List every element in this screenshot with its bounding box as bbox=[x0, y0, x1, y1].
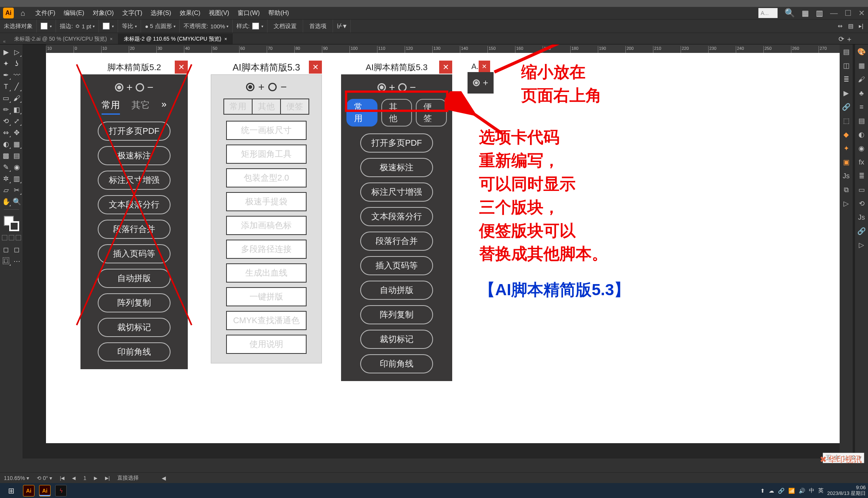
script-button[interactable]: 极速标注 bbox=[98, 146, 171, 165]
symbols-panel-icon[interactable]: ♣ bbox=[857, 88, 866, 98]
script-button[interactable]: 阵列复制 bbox=[360, 305, 433, 324]
brush-tool[interactable]: 🖌 bbox=[11, 93, 22, 104]
artboard-nav-next[interactable]: ▶ bbox=[94, 475, 97, 481]
script-button[interactable]: 文本段落分行 bbox=[98, 195, 171, 214]
rotate-view-icon[interactable]: ⟲ 0° ▾ bbox=[37, 475, 52, 481]
stroke-panel-icon[interactable]: ≡ bbox=[857, 102, 866, 112]
script-button[interactable]: 印前角线 bbox=[98, 342, 171, 362]
script-button[interactable]: 统一画板尺寸 bbox=[226, 121, 307, 140]
menu-object[interactable]: 对象(O) bbox=[93, 9, 114, 17]
graph-tool[interactable]: ▥ bbox=[11, 173, 22, 184]
rect-tool[interactable]: ▭ bbox=[1, 93, 11, 104]
fill-stroke-swatches[interactable] bbox=[3, 215, 20, 232]
lasso-tool[interactable]: ʖ bbox=[11, 58, 22, 69]
play-panel-icon[interactable]: ▷ bbox=[841, 199, 851, 209]
links-panel-icon[interactable]: 🔗 bbox=[841, 102, 851, 112]
taskbar-clock[interactable]: 9:06 2023/8/13 星期日 bbox=[827, 485, 866, 496]
transparency-panel-icon[interactable]: ◐ bbox=[857, 130, 866, 140]
taskbar-app-other[interactable]: ϟ bbox=[55, 485, 67, 496]
tray-wifi-icon[interactable]: 📶 bbox=[788, 488, 795, 494]
tray-cloud-icon[interactable]: ☁ bbox=[769, 488, 774, 494]
radio-selected[interactable] bbox=[473, 79, 480, 86]
radio-unselected[interactable] bbox=[268, 83, 277, 91]
actions-panel-icon[interactable]: ▶ bbox=[841, 88, 851, 98]
menu-type[interactable]: 文字(T) bbox=[122, 9, 142, 17]
panel-toggle-icon[interactable]: ⇔ bbox=[838, 23, 843, 30]
perspective-tool[interactable]: ▦ bbox=[11, 139, 22, 150]
panel-tab-more-icon[interactable]: » bbox=[161, 99, 166, 115]
title-search-box[interactable]: A... bbox=[758, 8, 778, 18]
artboard-index[interactable]: 1 bbox=[83, 475, 86, 481]
curvature-tool[interactable]: 〰 bbox=[11, 70, 22, 81]
links2-panel-icon[interactable]: 🔗 bbox=[857, 226, 866, 236]
layers2-panel-icon[interactable]: ≣ bbox=[857, 171, 866, 181]
zoom-tool[interactable]: 🔍 bbox=[11, 196, 22, 207]
css-panel-icon[interactable]: Js bbox=[857, 212, 866, 222]
fill-swatch[interactable] bbox=[41, 23, 48, 30]
script-button[interactable]: 段落行合并 bbox=[360, 232, 433, 251]
script-button[interactable]: 标注尺寸增强 bbox=[360, 182, 433, 202]
tray-sound-icon[interactable]: 🔊 bbox=[799, 488, 805, 494]
properties-panel-icon[interactable]: ▤ bbox=[841, 47, 851, 57]
script-button[interactable]: 自动拼版 bbox=[360, 281, 433, 300]
menu-select[interactable]: 选择(S) bbox=[151, 9, 171, 17]
script-button[interactable]: 自动拼版 bbox=[98, 269, 171, 288]
script-button[interactable]: 使用说明 bbox=[226, 335, 307, 354]
panel-tab-notes[interactable]: 便签 bbox=[280, 99, 309, 115]
magic-wand-tool[interactable]: ✦ bbox=[1, 58, 11, 69]
taskbar-app-ai-2[interactable]: Ai bbox=[39, 485, 51, 496]
script-button[interactable]: 打开多页PDF bbox=[98, 122, 171, 141]
line-tool[interactable]: ╱ bbox=[11, 81, 22, 92]
script-button[interactable]: 裁切标记 bbox=[98, 318, 171, 337]
eraser-tool[interactable]: ◧ bbox=[11, 104, 22, 115]
minimize-button[interactable]: — bbox=[830, 9, 838, 18]
artboard-nav-last[interactable]: ▶| bbox=[105, 475, 110, 481]
swatches-panel-icon[interactable]: ▦ bbox=[857, 61, 866, 71]
panel-tab-other[interactable]: 其他 bbox=[252, 99, 281, 115]
tray-link-icon[interactable]: 🔗 bbox=[778, 488, 784, 494]
shape-builder-tool[interactable]: ◐ bbox=[1, 139, 11, 150]
script-button[interactable]: 生成出血线 bbox=[226, 263, 307, 283]
edit-toolbar[interactable]: ⋯ bbox=[11, 256, 22, 266]
radio-unselected[interactable] bbox=[136, 83, 144, 92]
history-panel-icon[interactable]: ⟲ bbox=[857, 199, 866, 209]
add-icon[interactable]: ＋ bbox=[846, 35, 853, 44]
stroke-swatch[interactable] bbox=[103, 23, 110, 30]
doc-setup-button[interactable]: 文档设置 bbox=[271, 23, 299, 30]
color-mode-btn[interactable] bbox=[2, 235, 7, 240]
menu-file[interactable]: 文件(F) bbox=[35, 9, 55, 17]
align-icon[interactable]: ⊬▾ bbox=[337, 22, 346, 30]
close-button[interactable]: ✕ bbox=[858, 8, 865, 18]
script-button[interactable]: 插入页码等 bbox=[360, 256, 433, 275]
script-button[interactable]: 极速标注 bbox=[360, 158, 433, 177]
zoom-dropdown[interactable]: 110.65% ▾ bbox=[4, 475, 29, 481]
mesh-tool[interactable]: ▩ bbox=[1, 150, 11, 161]
plugin-panel-3-icon[interactable]: ▣ bbox=[841, 157, 851, 167]
script-button[interactable]: 裁切标记 bbox=[360, 330, 433, 349]
none-mode-btn[interactable] bbox=[16, 235, 21, 240]
taskbar-app-ai-1[interactable]: Ai bbox=[23, 485, 34, 496]
draw-mode-normal[interactable]: ◻ bbox=[1, 244, 11, 255]
maximize-button[interactable]: ☐ bbox=[845, 8, 852, 18]
workspace-icon[interactable]: ▥ bbox=[816, 8, 823, 18]
plugin-panel-js-icon[interactable]: Js bbox=[841, 171, 851, 181]
home-icon[interactable]: ⌂ bbox=[18, 8, 28, 18]
brush-dropdown[interactable]: ● 5 点圆形 ▾ bbox=[145, 23, 176, 30]
uniform-dropdown[interactable]: 等比 ▾ bbox=[122, 23, 137, 30]
script-button[interactable]: 极速手提袋 bbox=[226, 192, 307, 211]
close-tab-icon[interactable]: × bbox=[110, 36, 113, 42]
menu-edit[interactable]: 编辑(E) bbox=[64, 9, 84, 17]
script-button[interactable]: 矩形圆角工具 bbox=[226, 145, 307, 164]
free-transform-tool[interactable]: ✥ bbox=[11, 127, 22, 138]
radio-selected[interactable] bbox=[115, 83, 123, 92]
opacity-dropdown[interactable]: 100% ▾ bbox=[210, 23, 228, 30]
menu-view[interactable]: 视图(V) bbox=[209, 9, 229, 17]
gradient-tool[interactable]: ▤ bbox=[11, 150, 22, 161]
artboards-panel-icon[interactable]: ▭ bbox=[857, 185, 866, 195]
panel-close-button[interactable]: ✕ bbox=[309, 61, 322, 74]
radio-selected[interactable] bbox=[246, 83, 254, 91]
eyedropper-tool[interactable]: ✎ bbox=[1, 162, 11, 173]
symbol-spray-tool[interactable]: ✲ bbox=[1, 173, 11, 184]
menu-effect[interactable]: 效果(C) bbox=[180, 9, 200, 17]
selection-tool[interactable]: ▶ bbox=[1, 47, 11, 58]
